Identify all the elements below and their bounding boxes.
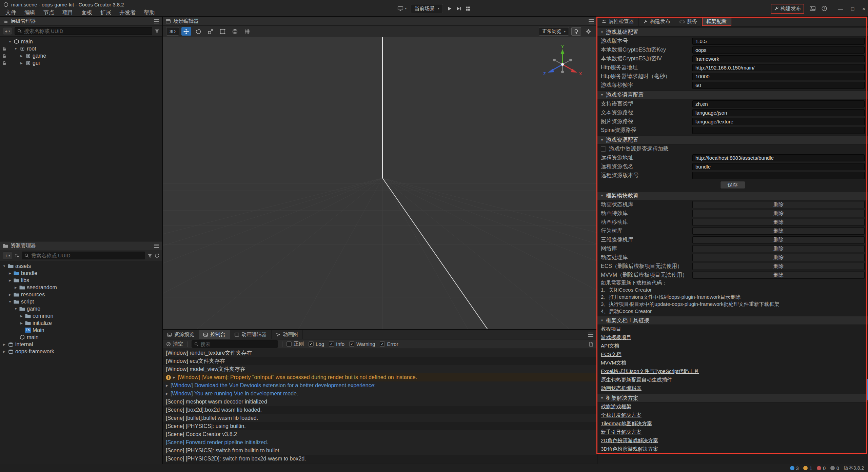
scene-viewport[interactable]: Y X Z	[163, 37, 597, 329]
play-button[interactable]	[447, 6, 452, 11]
scene-settings-gear-button[interactable]	[584, 27, 593, 36]
field-input-远程资源地址[interactable]	[692, 154, 865, 161]
checkbox-checked-icon[interactable]: ✓	[349, 341, 354, 347]
link-战旗游戏框架[interactable]: 战旗游戏框架	[601, 404, 631, 410]
assets-node-libs[interactable]: ▶libs	[0, 277, 162, 284]
expand-arrow-icon[interactable]: ▶	[19, 314, 24, 318]
checkbox-checked-icon[interactable]: ✓	[309, 341, 314, 347]
panel-menu-icon[interactable]	[589, 19, 594, 23]
console-log-row[interactable]: [Scene] meshopt wasm decoder initialized	[163, 398, 597, 406]
scale-tool-button[interactable]	[206, 27, 216, 36]
preview-device-button[interactable]: ▾	[397, 6, 407, 11]
field-input-游戏每秒帧率[interactable]	[692, 82, 865, 89]
close-button[interactable]: ×	[862, 6, 865, 12]
checkbox-unchecked-icon[interactable]	[601, 146, 606, 152]
delete-button-ECS（删除后模板项目无法使用）[interactable]: 删除	[692, 263, 865, 270]
link-游戏模板项目[interactable]: 游戏模板项目	[601, 334, 631, 341]
link-新手引导解决方案[interactable]: 新手引导解决方案	[601, 429, 642, 435]
status-counter-log[interactable]: 3	[790, 466, 799, 471]
expand-arrow-icon[interactable]: ▶	[7, 279, 13, 282]
menu-file[interactable]: 文件	[1, 9, 20, 16]
menu-node[interactable]: 节点	[39, 9, 58, 16]
expand-arrow-icon[interactable]: ▼	[13, 47, 19, 51]
console-log-row[interactable]: ▶[Window] You are running Vue in develop…	[163, 390, 597, 398]
console-filter-正则[interactable]: 正则	[287, 341, 304, 347]
expand-arrow-icon[interactable]: ▶	[7, 272, 13, 275]
snap-settings-button[interactable]	[242, 27, 252, 36]
expand-arrow-icon[interactable]: ▶	[173, 376, 175, 379]
inspector-tab-服务[interactable]: 服务	[675, 17, 702, 26]
rotate-tool-button[interactable]	[194, 27, 203, 36]
expand-arrow-icon[interactable]: ▶	[19, 61, 24, 65]
assets-node-resources[interactable]: ▶resources	[0, 291, 162, 298]
link-2D角色扮演游戏解决方案[interactable]: 2D角色扮演游戏解决方案	[601, 437, 658, 444]
status-counter-warning[interactable]: 1	[803, 466, 812, 471]
layout-grid-button[interactable]	[466, 6, 471, 11]
console-tab-资源预览[interactable]: 资源预览	[163, 330, 199, 339]
delete-button-网络库[interactable]: 删除	[692, 245, 865, 252]
checkbox-row-游戏中资源是否远程加载[interactable]: 游戏中资源是否远程加载	[597, 144, 868, 153]
assets-node-main[interactable]: main	[0, 334, 162, 341]
console-filter-Warning[interactable]: ✓Warning	[349, 341, 375, 347]
expand-arrow-icon[interactable]: ▶	[13, 286, 19, 289]
delete-button-动态处理库[interactable]: 删除	[692, 254, 865, 261]
sort-icon[interactable]	[15, 253, 19, 258]
assets-node-initialize[interactable]: ▶initialize	[0, 319, 162, 327]
console-log-row[interactable]: [Scene] [bullet]:bullet wasm lib loaded.	[163, 414, 597, 422]
maximize-button[interactable]: □	[851, 6, 854, 12]
menu-help[interactable]: 帮助	[140, 9, 159, 16]
status-counter-notification[interactable]: 0	[830, 466, 839, 471]
link-MVVM文档[interactable]: MVVM文档	[601, 360, 626, 366]
section-header-游戏资源配置[interactable]: ▼游戏资源配置	[597, 136, 868, 144]
menu-extension[interactable]: 扩展	[96, 9, 115, 16]
console-log-row[interactable]: [Window] ecs文件夹存在	[163, 357, 597, 365]
gallery-button[interactable]	[810, 6, 815, 11]
assets-node-assets[interactable]: ▼assets	[0, 262, 162, 270]
expand-arrow-icon[interactable]: ▶	[19, 54, 24, 58]
status-counter-error[interactable]: 0	[817, 466, 826, 471]
lock-icon[interactable]	[1, 54, 7, 58]
filter-icon[interactable]	[155, 29, 159, 34]
field-input-本地数据CryptoES加密IV[interactable]	[692, 55, 865, 62]
field-input-图片资源路径[interactable]	[692, 118, 865, 125]
save-button[interactable]: 保存	[720, 181, 745, 189]
checkbox-checked-icon[interactable]: ✓	[380, 341, 385, 347]
inspector-tab-框架配置[interactable]: 框架配置	[702, 17, 731, 26]
console-tab-动画编辑器[interactable]: 动画编辑器	[230, 330, 272, 339]
create-node-button[interactable]: +▾	[3, 27, 12, 35]
field-input-远程资源包名[interactable]	[692, 163, 865, 170]
section-header-框架解决方案[interactable]: ▼框架解决方案	[597, 394, 868, 402]
help-button[interactable]: ?	[822, 6, 827, 11]
panel-menu-icon[interactable]	[588, 333, 593, 337]
build-publish-button[interactable]: 构建发布	[771, 4, 804, 13]
link-Excel格式转Json文件与TypeScript代码工具[interactable]: Excel格式转Json文件与TypeScript代码工具	[601, 368, 699, 375]
filter-icon[interactable]	[147, 253, 152, 258]
field-input-Http服务器地址[interactable]	[692, 64, 865, 71]
hierarchy-node-main[interactable]: ▼main	[0, 38, 162, 45]
expand-arrow-icon[interactable]: ▶	[7, 293, 13, 296]
expand-arrow-icon[interactable]: ▼	[7, 300, 13, 303]
menu-developer[interactable]: 开发者	[115, 9, 140, 16]
section-header-框架模块裁剪[interactable]: ▼框架模块裁剪	[597, 191, 868, 200]
lock-icon[interactable]	[1, 47, 7, 51]
console-log-row[interactable]: [Window] render_texture文件夹存在	[163, 349, 597, 357]
scrollbar-thumb[interactable]	[866, 379, 868, 400]
create-asset-button[interactable]: +▾	[3, 252, 12, 259]
lighting-toggle-button[interactable]	[571, 27, 581, 36]
console-search-field[interactable]	[201, 341, 275, 347]
expand-arrow-icon[interactable]: ▶	[1, 343, 7, 346]
console-log-row[interactable]: [Scene] [box2d]:box2d wasm lib loaded.	[163, 406, 597, 414]
expand-arrow-icon[interactable]: ▶	[19, 321, 24, 325]
inspector-tab-构建发布[interactable]: 构建发布	[639, 17, 675, 26]
section-header-框架文档工具链接[interactable]: ▼框架文档工具链接	[597, 316, 868, 325]
view-mode-select[interactable]: 正常浏览▾	[539, 27, 569, 36]
delete-button-行为树库[interactable]: 删除	[692, 228, 865, 235]
delete-button-三维摄像机库[interactable]: 删除	[692, 236, 865, 243]
hierarchy-node-gui[interactable]: ▶gui	[0, 59, 162, 66]
delete-button-动画移动库[interactable]: 删除	[692, 219, 865, 226]
console-tab-控制台[interactable]: 控制台	[199, 330, 230, 339]
console-log-row[interactable]: [Scene] [PHYSICS]: switch from builtin t…	[163, 447, 597, 455]
clear-console-button[interactable]: 清空	[166, 341, 183, 347]
console-filter-Log[interactable]: ✓Log	[309, 341, 324, 347]
link-教程项目[interactable]: 教程项目	[601, 326, 621, 332]
